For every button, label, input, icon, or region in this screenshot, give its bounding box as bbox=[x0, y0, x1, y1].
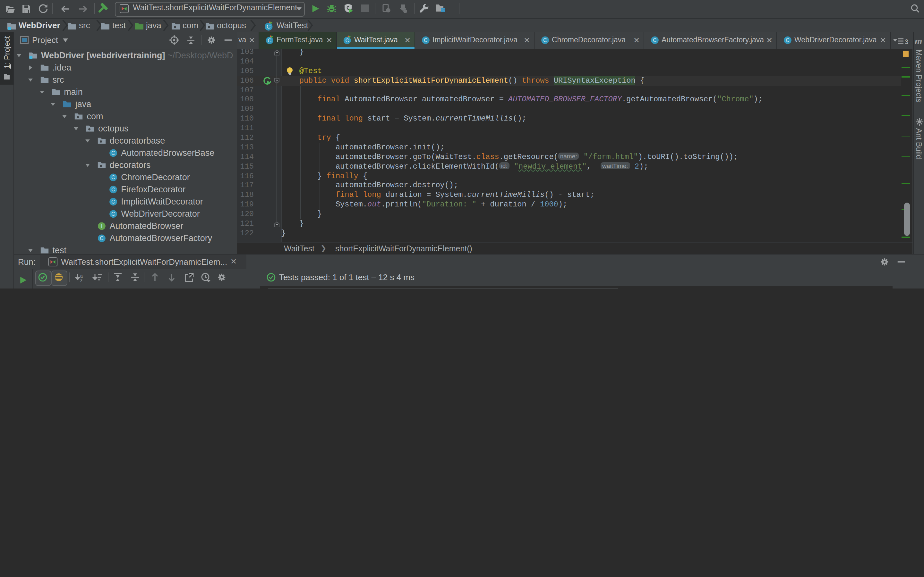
svg-text:z: z bbox=[80, 278, 82, 282]
svg-text:3: 3 bbox=[905, 38, 908, 45]
